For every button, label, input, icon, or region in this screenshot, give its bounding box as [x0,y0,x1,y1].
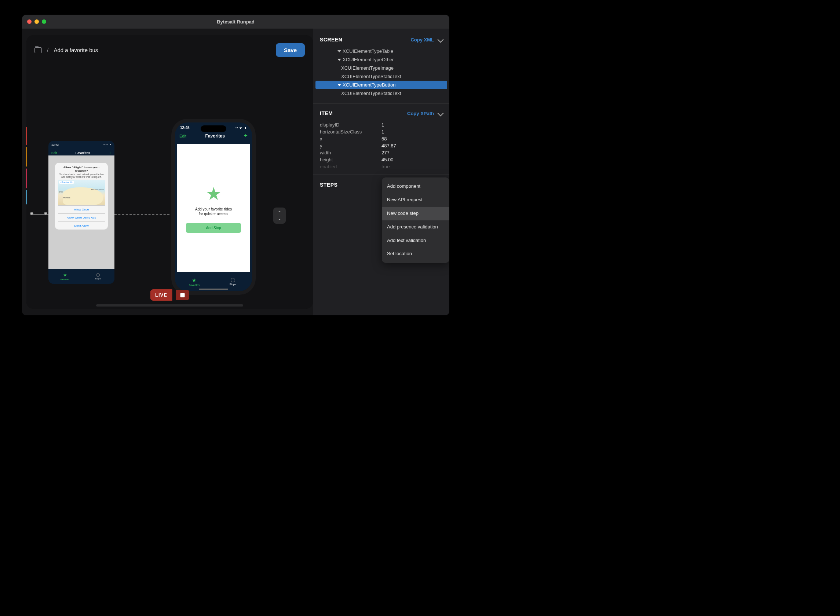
canvas-header: / Add a favorite bus Save [26,35,313,57]
flow-node-icon[interactable] [44,212,47,215]
tree-row-label: XCUIElementTypeTable [343,48,393,54]
flow-wire-dashed [115,214,169,214]
panel-actions: Copy XPath [407,111,443,116]
tree-row-label: XCUIElementTypeStaticText [341,91,401,96]
divider [313,103,449,104]
tree-row[interactable]: XCUIElementTypeButton [316,81,447,89]
tab-bar: ★ Favorites Stops [48,269,115,284]
strip-pink [26,168,27,188]
save-button[interactable]: Save [276,43,305,57]
nav-title: Favorites [76,151,90,155]
property-key: y [320,143,371,148]
nav-plus-button[interactable]: + [109,150,112,156]
dont-allow-button[interactable]: Don't Allow [58,221,105,230]
minimize-window-button[interactable] [34,19,39,24]
item-panel-header: ITEM Copy XPath [313,106,449,121]
breadcrumb-title: Add a favorite bus [54,47,98,53]
app-window: Bytesalt Runpad / Add a favorite bus Sav… [22,15,449,315]
strip-red [26,127,27,145]
status-icons: •• ᯤ ▮ [103,143,112,146]
panel-title: SCREEN [320,37,342,43]
element-tree[interactable]: XCUIElementTypeTableXCUIElementTypeOther… [313,47,449,101]
property-value: true [382,164,389,169]
tree-row[interactable]: XCUIElementTypeOther [316,55,447,64]
window-title: Bytesalt Runpad [22,19,449,25]
status-time: 12:42 [51,143,59,146]
property-row: height45.00 [320,156,443,163]
chevron-up-icon: ⌃ [278,210,281,215]
property-key: enabled [320,164,371,169]
property-row: x58 [320,135,443,142]
tree-row[interactable]: XCUIElementTypeImage [316,64,447,72]
close-window-button[interactable] [27,19,32,24]
precise-badge: ◦ Precise: On [59,181,74,184]
empty-state: ★ Add your favorite rides for quicker ac… [177,144,250,272]
tree-row-label: XCUIElementTypeOther [343,57,394,62]
phone-mock-favorites-empty[interactable]: 12:45 •• ᯤ ▮ Edit Favorites + ★ Add your… [171,119,256,295]
star-icon: ★ [63,273,67,277]
chevron-down-icon[interactable] [438,37,444,43]
menu-item[interactable]: Set location [382,247,449,261]
property-key: width [320,150,371,155]
status-bar: 12:42 •• ᯤ ▮ [48,141,115,148]
nav-edit-button[interactable]: Edit [179,134,187,138]
phone-mock-location-permission[interactable]: 12:42 •• ᯤ ▮ Edit Favorites + Allow "Ali… [48,141,115,284]
panel-title: ITEM [320,110,333,116]
tab-label: Favorites [189,284,200,286]
copy-xml-button[interactable]: Copy XML [410,37,434,43]
inspector-sidebar: SCREEN Copy XML XCUIElementTypeTableXCUI… [313,29,449,315]
status-time: 12:45 [180,126,189,130]
tab-favorites[interactable]: ★ Favorites [48,269,81,284]
tree-row[interactable]: XCUIElementTypeStaticText [316,72,447,81]
property-row: y487.67 [320,142,443,149]
tab-stops[interactable]: Stops [81,269,115,284]
property-row: width277 [320,149,443,156]
tab-label: Stops [230,283,236,286]
tree-row[interactable]: XCUIElementTypeTable [316,47,447,55]
alert-title: Allow "Alight" to use your location? [58,166,105,172]
nav-bar: Edit Favorites + [175,131,252,143]
canvas-scrollbar[interactable] [96,304,243,307]
menu-item[interactable]: Add component [382,180,449,193]
property-key: displayID [320,122,371,128]
property-key: x [320,136,371,142]
live-stop-button[interactable] [176,290,189,300]
alert-body: Your location is used to track your ride… [58,173,105,178]
location-permission-alert: Allow "Alight" to use your location? You… [55,163,108,230]
nav-title: Favorites [206,133,225,139]
live-control: LIVE [150,289,189,301]
allow-while-button[interactable]: Allow While Using App [58,213,105,221]
add-stop-button[interactable]: Add Stop [186,223,241,233]
property-value: 277 [382,150,389,155]
panel-title: STEPS [320,182,338,188]
tree-row[interactable]: XCUIElementTypeStaticText [316,89,447,98]
canvas-body[interactable]: 12:42 •• ᯤ ▮ Edit Favorites + Allow "Ali… [26,61,313,309]
alert-map-preview: ◦ Precise: On arch Mumbai Mount Everest [58,180,105,205]
folder-icon[interactable] [34,47,42,53]
menu-item[interactable]: New code step [382,207,449,220]
canvas-step-navigator[interactable]: ⌃ ⌄ [273,208,286,224]
menu-item[interactable]: Add presence validation [382,220,449,234]
menu-item[interactable]: New API request [382,193,449,207]
tree-row-label: XCUIElementTypeImage [341,65,394,71]
circle-icon [96,273,100,277]
menu-item[interactable]: Add text validation [382,234,449,248]
maximize-window-button[interactable] [42,19,46,24]
tab-label: Favorites [60,278,70,280]
chevron-down-icon[interactable] [438,110,444,117]
copy-xpath-button[interactable]: Copy XPath [407,111,434,116]
breadcrumb-separator: / [47,47,48,54]
allow-once-button[interactable]: Allow Once [58,205,105,213]
canvas-pane: / Add a favorite bus Save [26,35,313,309]
nav-edit-button[interactable]: Edit [51,151,57,155]
strip-orange [26,147,27,167]
property-value: 1 [382,129,384,135]
panel-actions: Copy XML [410,37,443,43]
screen-panel-header: SCREEN Copy XML [313,32,449,47]
tree-row-label: XCUIElementTypeButton [343,82,396,88]
add-step-menu: Add componentNew API requestNew code ste… [382,177,449,263]
app-body: / Add a favorite bus Save [22,29,449,315]
nav-plus-button[interactable]: + [244,132,248,140]
strip-blue [26,190,27,205]
tree-row-label: XCUIElementTypeStaticText [341,74,401,79]
